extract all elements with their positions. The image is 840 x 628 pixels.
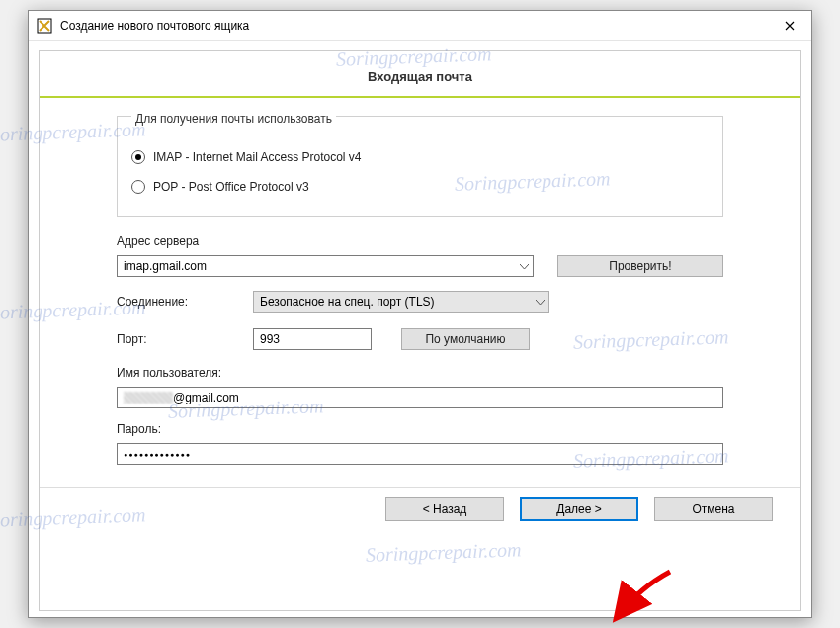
connection-label: Соединение:	[117, 295, 253, 309]
radio-icon	[131, 180, 145, 194]
port-default-button[interactable]: По умолчанию	[401, 328, 530, 350]
server-address-combo[interactable]: imap.gmail.com	[117, 255, 534, 277]
dialog-window: Создание нового почтового ящика Входящая…	[28, 10, 812, 618]
content-area: Входящая почта Для получения почты испол…	[29, 41, 811, 617]
close-button[interactable]	[767, 11, 811, 41]
username-input[interactable]: @gmail.com	[117, 387, 723, 408]
connection-value: Безопасное на спец. порт (TLS)	[260, 295, 435, 309]
protocol-legend: Для получения почты использовать	[131, 112, 336, 126]
chevron-down-icon	[520, 259, 529, 273]
chevron-down-icon	[536, 295, 545, 309]
annotation-arrow-icon	[611, 568, 680, 627]
password-mask: ●●●●●●●●●●●●●	[124, 451, 191, 458]
window-title: Создание нового почтового ящика	[60, 19, 767, 33]
back-button[interactable]: < Назад	[385, 497, 504, 521]
footer-buttons: < Назад Далее > Отмена	[40, 487, 800, 521]
port-label: Порт:	[117, 332, 253, 346]
check-server-button[interactable]: Проверить!	[557, 255, 723, 277]
protocol-fieldset: Для получения почты использовать IMAP - …	[117, 116, 723, 217]
next-button[interactable]: Далее >	[520, 497, 638, 521]
titlebar: Создание нового почтового ящика	[29, 11, 811, 41]
radio-imap[interactable]: IMAP - Internet Mail Access Protocol v4	[131, 150, 709, 164]
page-heading: Входящая почта	[67, 69, 773, 84]
server-label: Адрес сервера	[117, 234, 723, 248]
port-value: 993	[260, 332, 280, 346]
app-icon	[37, 18, 52, 34]
form-area: Адрес сервера imap.gmail.com Проверить! …	[117, 234, 723, 481]
watermark: Soringpcrepair.com	[336, 43, 492, 70]
radio-pop[interactable]: POP - Post Office Protocol v3	[131, 180, 709, 194]
heading-separator	[40, 96, 800, 98]
server-address-value: imap.gmail.com	[124, 259, 207, 273]
username-label: Имя пользователя:	[117, 366, 723, 380]
close-icon	[785, 21, 795, 31]
password-label: Пароль:	[117, 422, 723, 436]
watermark: Soringpcrepair.com	[366, 538, 522, 566]
port-input[interactable]: 993	[253, 328, 372, 350]
username-redacted	[124, 392, 173, 404]
username-suffix: @gmail.com	[173, 391, 239, 404]
radio-imap-label: IMAP - Internet Mail Access Protocol v4	[153, 150, 362, 164]
main-panel: Входящая почта Для получения почты испол…	[39, 50, 801, 611]
password-input[interactable]: ●●●●●●●●●●●●●	[117, 443, 723, 465]
connection-select[interactable]: Безопасное на спец. порт (TLS)	[253, 291, 549, 313]
radio-icon	[131, 150, 145, 164]
radio-pop-label: POP - Post Office Protocol v3	[153, 180, 309, 194]
cancel-button[interactable]: Отмена	[654, 497, 773, 521]
